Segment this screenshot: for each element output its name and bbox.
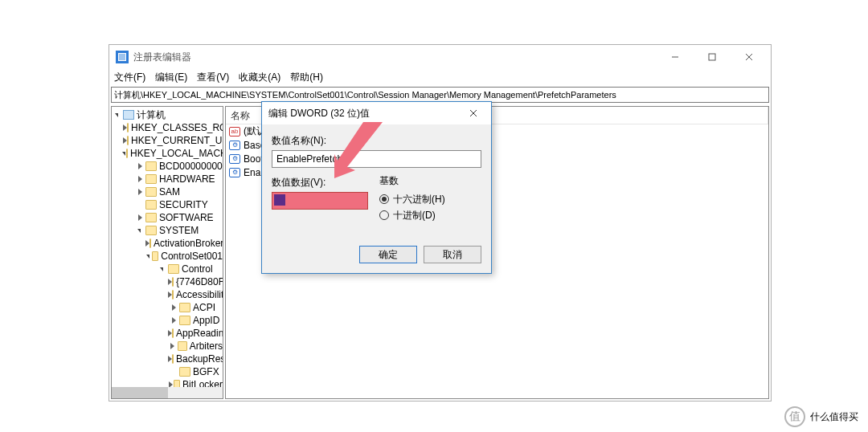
expander-icon[interactable] bbox=[168, 343, 178, 349]
dword-icon: ⚙ bbox=[229, 141, 240, 150]
menu-edit[interactable]: 编辑(E) bbox=[155, 71, 187, 84]
window-title: 注册表编辑器 bbox=[133, 51, 657, 64]
value-name-input[interactable] bbox=[272, 150, 481, 168]
folder-icon bbox=[145, 161, 157, 171]
value-data-label: 数值数据(V): bbox=[272, 176, 368, 190]
folder-icon bbox=[127, 136, 129, 145]
tree-item[interactable]: ActivationBroker bbox=[154, 238, 223, 249]
cancel-button[interactable]: 取消 bbox=[424, 246, 481, 263]
tree-item[interactable]: SYSTEM bbox=[159, 225, 199, 236]
tree-item[interactable]: ACPI bbox=[193, 302, 215, 313]
folder-icon bbox=[145, 226, 157, 235]
expander-icon[interactable] bbox=[168, 317, 179, 324]
folder-icon bbox=[145, 200, 157, 210]
close-button[interactable] bbox=[731, 45, 768, 69]
folder-icon bbox=[126, 149, 128, 158]
tree-item[interactable]: AppID bbox=[193, 315, 219, 326]
folder-icon bbox=[149, 238, 151, 248]
value-data-input[interactable] bbox=[272, 192, 368, 210]
folder-icon bbox=[172, 354, 174, 364]
menubar: 文件(F) 编辑(E) 查看(V) 收藏夹(A) 帮助(H) bbox=[109, 69, 771, 85]
tree-item[interactable]: {7746D80F-97 bbox=[176, 276, 223, 287]
folder-icon bbox=[145, 174, 157, 184]
tree-scrollbar[interactable] bbox=[112, 387, 223, 398]
menu-favorites[interactable]: 收藏夹(A) bbox=[239, 71, 280, 84]
regedit-icon bbox=[116, 51, 129, 63]
expander-icon[interactable] bbox=[134, 214, 145, 221]
radio-icon bbox=[379, 194, 389, 204]
folder-icon bbox=[145, 213, 157, 222]
folder-icon bbox=[179, 316, 190, 325]
value-name-label: 数值名称(N): bbox=[272, 134, 481, 148]
dialog-titlebar[interactable]: 编辑 DWORD (32 位)值 bbox=[262, 102, 491, 124]
expander-icon[interactable] bbox=[157, 267, 168, 271]
tree-item[interactable]: HKEY_LOCAL_MACHINE bbox=[130, 148, 223, 159]
tree-item[interactable]: HKEY_CLASSES_ROOT bbox=[131, 122, 223, 133]
folder-icon bbox=[152, 251, 159, 261]
expander-icon[interactable] bbox=[134, 229, 145, 233]
dword-icon: ⚙ bbox=[229, 154, 240, 164]
edit-dword-dialog: 编辑 DWORD (32 位)值 数值名称(N): 数值数据(V): 基数 十六… bbox=[261, 101, 492, 274]
ok-button[interactable]: 确定 bbox=[359, 246, 417, 263]
tree-item[interactable]: AccessibilityS bbox=[176, 289, 223, 300]
titlebar[interactable]: 注册表编辑器 bbox=[109, 45, 771, 69]
expander-icon[interactable] bbox=[134, 163, 145, 169]
address-bar[interactable]: 计算机\HKEY_LOCAL_MACHINE\SYSTEM\ControlSet… bbox=[111, 87, 769, 103]
expander-icon[interactable] bbox=[134, 189, 145, 195]
tree-item[interactable]: AppReadines bbox=[176, 328, 223, 339]
base-group: 基数 十六进制(H) 十进制(D) bbox=[379, 174, 445, 223]
tree-item[interactable]: ControlSet001 bbox=[161, 251, 223, 262]
tree-item[interactable]: BGFX bbox=[193, 366, 219, 377]
scrollbar-thumb[interactable] bbox=[112, 387, 168, 398]
folder-icon bbox=[172, 328, 174, 338]
radio-dec[interactable]: 十进制(D) bbox=[379, 207, 445, 223]
tree-pane[interactable]: 计算机 HKEY_CLASSES_ROOT HKEY_CURRENT_USER … bbox=[111, 106, 223, 399]
base-label: 基数 bbox=[379, 174, 445, 188]
tree-item[interactable]: BackupResto bbox=[176, 353, 223, 365]
tree-item[interactable]: Arbiters bbox=[190, 340, 223, 352]
dialog-close-button[interactable] bbox=[459, 104, 488, 123]
radio-icon bbox=[379, 210, 389, 220]
expander-icon[interactable] bbox=[112, 113, 123, 117]
maximize-button[interactable] bbox=[694, 45, 731, 69]
folder-icon bbox=[145, 187, 157, 197]
computer-icon bbox=[123, 110, 134, 120]
tree-item[interactable]: SECURITY bbox=[159, 199, 208, 210]
tree-item[interactable]: HARDWARE bbox=[159, 173, 215, 185]
folder-icon bbox=[172, 277, 174, 287]
tree-item[interactable]: HKEY_CURRENT_USER bbox=[131, 135, 223, 146]
svg-rect-1 bbox=[709, 54, 715, 60]
dword-icon: ⚙ bbox=[229, 168, 240, 177]
menu-view[interactable]: 查看(V) bbox=[197, 71, 229, 84]
folder-icon bbox=[168, 264, 179, 274]
folder-icon bbox=[178, 341, 187, 351]
expander-icon[interactable] bbox=[168, 304, 179, 311]
folder-icon bbox=[179, 367, 190, 377]
tree-item[interactable]: SAM bbox=[159, 186, 180, 198]
watermark: 值 什么值得买 bbox=[784, 406, 858, 427]
menu-file[interactable]: 文件(F) bbox=[114, 71, 145, 84]
folder-icon bbox=[172, 290, 174, 300]
watermark-icon: 值 bbox=[784, 406, 805, 427]
radio-hex[interactable]: 十六进制(H) bbox=[379, 191, 445, 207]
minimize-button[interactable] bbox=[657, 45, 694, 69]
tree-item[interactable]: SOFTWARE bbox=[159, 212, 214, 223]
string-icon: ab bbox=[229, 127, 240, 137]
expander-icon[interactable] bbox=[145, 255, 152, 259]
expander-icon[interactable] bbox=[134, 176, 145, 182]
folder-icon bbox=[179, 303, 190, 312]
tree-item[interactable]: BCD00000000 bbox=[159, 161, 223, 172]
folder-icon bbox=[127, 123, 129, 132]
dialog-title: 编辑 DWORD (32 位)值 bbox=[268, 107, 459, 120]
tree-item[interactable]: Control bbox=[182, 263, 213, 275]
tree-root[interactable]: 计算机 bbox=[137, 108, 166, 122]
menu-help[interactable]: 帮助(H) bbox=[290, 71, 323, 84]
